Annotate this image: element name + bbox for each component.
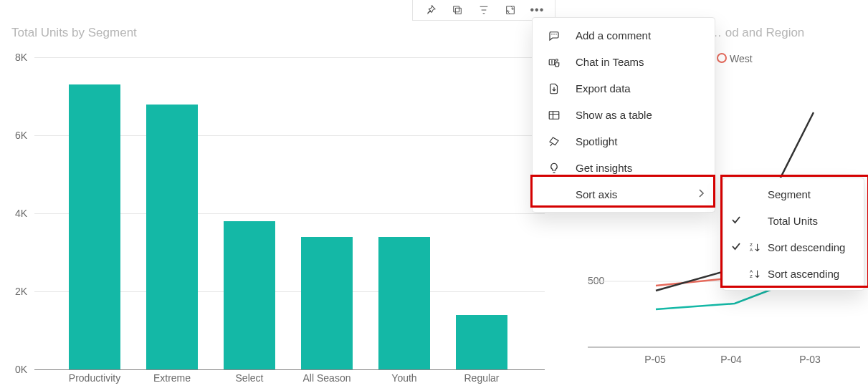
table-icon <box>545 107 563 124</box>
y-tick-8k: 8K <box>6 52 27 63</box>
chevron-right-icon <box>697 188 705 200</box>
line-x-category: P-05 <box>634 354 677 365</box>
focus-mode-icon[interactable] <box>502 1 519 19</box>
insights-icon <box>545 160 563 177</box>
menu-chat-teams[interactable]: Chat in Teams <box>533 49 715 75</box>
check-icon <box>729 241 743 253</box>
legend-entry-west[interactable]: West <box>717 53 753 64</box>
menu-label: Get insights <box>576 162 715 174</box>
sort-asc-icon: AZ <box>748 268 762 280</box>
menu-export-data[interactable]: Export data <box>533 75 715 102</box>
menu-label: Show as a table <box>576 109 715 121</box>
bar-chart-title: Total Units by Segment <box>11 26 137 40</box>
bar-select[interactable] <box>211 221 288 369</box>
menu-label: Export data <box>576 82 715 94</box>
svg-text:Z: Z <box>750 273 753 278</box>
submenu-label: Sort ascending <box>768 268 864 280</box>
menu-label: Chat in Teams <box>576 56 715 68</box>
bar-regular[interactable] <box>443 315 520 369</box>
sort-desc-icon: ZA <box>748 242 762 253</box>
comment-icon <box>545 27 563 44</box>
menu-spotlight[interactable]: Spotlight <box>533 128 715 155</box>
x-category: Regular <box>443 372 520 384</box>
x-axis-line <box>34 369 545 370</box>
menu-sort-axis[interactable]: Sort axis <box>533 181 715 208</box>
submenu-label: Segment <box>768 188 864 200</box>
export-icon <box>545 80 563 97</box>
svg-point-6 <box>555 59 558 61</box>
bar-chart-card: Total Units by Segment 8K 6K 4K 2K 0K Pr… <box>0 0 545 388</box>
filter-icon[interactable] <box>475 1 492 19</box>
y-tick-2k: 2K <box>6 286 27 297</box>
svg-text:A: A <box>750 268 753 273</box>
bar-all-season[interactable] <box>288 237 366 369</box>
y-tick-0k: 0K <box>6 364 27 375</box>
line-chart-title: … od and Region <box>710 26 804 40</box>
teams-icon <box>545 54 563 71</box>
y-tick-4k: 4K <box>6 208 27 219</box>
more-options-icon[interactable]: ••• <box>528 1 545 19</box>
svg-text:A: A <box>750 247 753 252</box>
menu-label: Add a comment <box>576 29 715 42</box>
submenu-sort-descending[interactable]: ZA Sort descending <box>723 234 864 261</box>
blank-icon <box>545 186 563 203</box>
check-icon <box>729 215 743 227</box>
submenu-sort-ascending[interactable]: AZ Sort ascending <box>723 261 864 287</box>
pin-icon[interactable] <box>422 1 439 19</box>
menu-label: Spotlight <box>576 135 715 147</box>
svg-rect-0 <box>455 8 461 14</box>
menu-label: Sort axis <box>576 188 697 200</box>
bar-extreme[interactable] <box>133 105 211 369</box>
menu-add-comment[interactable]: Add a comment <box>533 22 715 49</box>
legend-marker-icon <box>717 53 727 63</box>
line-x-category: P-04 <box>710 354 753 365</box>
legend-label: West <box>730 53 753 64</box>
x-category: Extreme <box>133 372 211 384</box>
submenu-total-units[interactable]: Total Units <box>723 208 864 234</box>
bar-youth[interactable] <box>366 237 443 369</box>
svg-text:Z: Z <box>750 242 753 247</box>
x-category: Youth <box>366 372 443 384</box>
copy-icon[interactable] <box>449 1 466 19</box>
spotlight-icon <box>545 133 563 150</box>
context-menu: Add a comment Chat in Teams Export data … <box>532 17 715 213</box>
submenu-segment[interactable]: Segment <box>723 181 864 208</box>
menu-show-as-table[interactable]: Show as a table <box>533 102 715 128</box>
svg-rect-7 <box>549 111 559 119</box>
submenu-label: Total Units <box>768 215 864 227</box>
x-category: Select <box>211 372 288 384</box>
sort-axis-submenu: Segment Total Units ZA Sort descending A… <box>722 178 864 291</box>
bar-productivity[interactable] <box>56 84 133 369</box>
submenu-label: Sort descending <box>768 241 864 253</box>
x-category: All Season <box>288 372 366 384</box>
y-tick-6k: 6K <box>6 130 27 141</box>
svg-rect-1 <box>453 6 459 12</box>
bar-plot-area <box>34 57 545 369</box>
line-x-category: P-03 <box>788 354 831 365</box>
menu-get-insights[interactable]: Get insights <box>533 155 715 181</box>
x-category: Productivity <box>56 372 133 384</box>
